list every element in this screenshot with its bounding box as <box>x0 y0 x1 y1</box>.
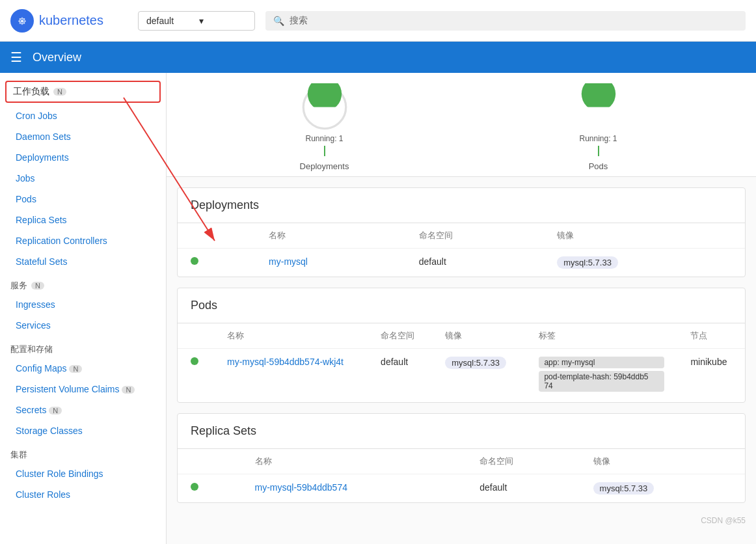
status-cell <box>178 474 242 503</box>
kubernetes-logo: ⎈ <box>10 9 34 33</box>
table-row: my-mysql default mysql:5.7.33 <box>178 249 745 277</box>
col-image: 镜像 <box>432 323 526 349</box>
logo-area: ⎈ kubernetes <box>10 9 128 33</box>
col-node: 节点 <box>677 323 745 349</box>
namespace-cell: default <box>368 349 432 403</box>
image-chip: mysql:5.7.33 <box>593 482 655 495</box>
pod-name-link[interactable]: my-mysql-59b4ddb574-wkj4t <box>227 357 344 367</box>
chevron-down-icon: ▾ <box>199 16 247 26</box>
deployments-running-label: Running: 1 <box>305 134 343 143</box>
pods-running-label: Running: 1 <box>579 134 617 143</box>
col-namespace: 命名空间 <box>466 449 580 474</box>
sidebar-item-services[interactable]: Services <box>0 315 166 336</box>
image-cell: mysql:5.7.33 <box>580 474 745 503</box>
sidebar-item-storage-classes[interactable]: Storage Classes <box>0 420 166 441</box>
hamburger-icon[interactable]: ☰ <box>10 49 22 65</box>
sidebar-item-ingresses[interactable]: Ingresses <box>0 294 166 315</box>
pod-name-cell: my-mysql-59b4ddb574-wkj4t <box>214 349 368 403</box>
services-section-header: 服务 N <box>0 272 166 294</box>
col-status <box>178 323 214 349</box>
deployments-section-title: Deployments <box>178 188 745 223</box>
status-dot <box>191 357 198 365</box>
sidebar-item-config-maps[interactable]: Config Maps N <box>0 358 166 379</box>
sidebar: 工作负载 N Cron Jobs Daemon Sets Deployments… <box>0 73 167 544</box>
pods-chart: Running: 1 Pods <box>569 83 628 171</box>
pods-table: 名称 命名空间 镜像 标签 节点 my-mysql-59b4ddb574-wkj… <box>178 323 745 402</box>
overview-title: Overview <box>33 51 81 64</box>
namespace-selector[interactable]: default ▾ <box>138 11 255 31</box>
rs-name-cell: my-mysql-59b4ddb574 <box>242 474 467 503</box>
col-name: 名称 <box>256 223 406 249</box>
status-dot <box>191 257 198 265</box>
main-content: Running: 1 Deployments Running: 1 Pods D… <box>167 73 756 544</box>
image-chip: mysql:5.7.33 <box>557 256 618 269</box>
status-cell <box>178 349 214 403</box>
svg-point-3 <box>307 83 341 111</box>
image-cell: mysql:5.7.33 <box>432 349 526 403</box>
status-cell <box>178 249 256 277</box>
namespace-cell: default <box>406 249 544 277</box>
sidebar-item-replication-controllers[interactable]: Replication Controllers <box>0 230 166 251</box>
svg-point-5 <box>581 83 615 111</box>
image-chip: mysql:5.7.33 <box>445 357 506 369</box>
tags-cell: app: my-mysql pod-template-hash: 59b4ddb… <box>526 349 677 403</box>
cluster-section-header: 集群 <box>0 441 166 463</box>
logo-text: kubernetes <box>39 13 103 28</box>
top-nav: ⎈ kubernetes default ▾ 🔍 搜索 <box>0 0 756 42</box>
col-name: 名称 <box>242 449 467 474</box>
pods-section: Pods 名称 命名空间 镜像 标签 节点 my-mysql-59b4 <box>177 288 746 403</box>
col-name: 名称 <box>214 323 368 349</box>
services-label: 服务 <box>10 280 27 292</box>
node-cell: minikube <box>677 349 745 403</box>
name-cell: my-mysql <box>256 249 406 277</box>
search-bar[interactable]: 🔍 搜索 <box>265 11 746 31</box>
col-namespace: 命名空间 <box>406 223 544 249</box>
namespace-value: default <box>146 16 194 26</box>
sidebar-item-jobs[interactable]: Jobs <box>0 168 166 189</box>
deployment-name-link[interactable]: my-mysql <box>269 256 308 267</box>
pods-section-title: Pods <box>178 288 745 323</box>
status-dot <box>191 483 198 491</box>
replica-sets-section: Replica Sets 名称 命名空间 镜像 my-mysql-59b4ddb… <box>177 413 746 503</box>
sidebar-item-daemon-sets[interactable]: Daemon Sets <box>0 126 166 147</box>
deployments-chart: Running: 1 Deployments <box>295 83 354 171</box>
sidebar-item-cluster-roles[interactable]: Cluster Roles <box>0 484 166 505</box>
col-namespace: 命名空间 <box>368 323 432 349</box>
col-image: 镜像 <box>544 223 745 249</box>
col-image: 镜像 <box>580 449 745 474</box>
services-badge: N <box>31 282 44 290</box>
search-icon: 🔍 <box>273 16 284 26</box>
replica-sets-table: 名称 命名空间 镜像 my-mysql-59b4ddb574 default m… <box>178 449 745 502</box>
config-section-header: 配置和存储 <box>0 336 166 358</box>
sidebar-item-replica-sets[interactable]: Replica Sets <box>0 210 166 230</box>
deployments-section: Deployments 名称 命名空间 镜像 my-mysql default <box>177 187 746 277</box>
deployments-table: 名称 命名空间 镜像 my-mysql default mysql:5.7.33 <box>178 223 745 277</box>
workloads-section-header: 工作负载 N <box>5 81 161 103</box>
main-layout: 工作负载 N Cron Jobs Daemon Sets Deployments… <box>0 73 756 544</box>
table-row: my-mysql-59b4ddb574-wkj4t default mysql:… <box>178 349 745 403</box>
sidebar-item-deployments[interactable]: Deployments <box>0 147 166 168</box>
tag-app: app: my-mysql <box>539 357 664 368</box>
sidebar-item-secrets[interactable]: Secrets N <box>0 400 166 420</box>
rs-name-link[interactable]: my-mysql-59b4ddb574 <box>255 482 347 493</box>
search-placeholder: 搜索 <box>290 15 308 27</box>
tag-hash: pod-template-hash: 59b4ddb574 <box>539 371 664 392</box>
config-label: 配置和存储 <box>10 344 53 355</box>
deployments-chart-label: Deployments <box>300 161 349 171</box>
sidebar-item-pvc[interactable]: Persistent Volume Claims N <box>0 379 166 400</box>
sidebar-item-cron-jobs[interactable]: Cron Jobs <box>0 105 166 126</box>
watermark: CSDN @k55 <box>167 513 756 528</box>
sidebar-item-pods[interactable]: Pods <box>0 189 166 210</box>
cluster-label: 集群 <box>10 449 27 461</box>
col-status <box>178 449 242 474</box>
workloads-badge: N <box>53 88 66 96</box>
table-row: my-mysql-59b4ddb574 default mysql:5.7.33 <box>178 474 745 503</box>
overview-bar: ☰ Overview <box>0 42 756 73</box>
sidebar-item-stateful-sets[interactable]: Stateful Sets <box>0 251 166 272</box>
col-tags: 标签 <box>526 323 677 349</box>
svg-text:⎈: ⎈ <box>18 13 26 27</box>
col-status <box>178 223 256 249</box>
workloads-label: 工作负载 <box>13 86 49 98</box>
sidebar-item-cluster-role-bindings[interactable]: Cluster Role Bindings <box>0 463 166 484</box>
namespace-cell: default <box>466 474 580 503</box>
